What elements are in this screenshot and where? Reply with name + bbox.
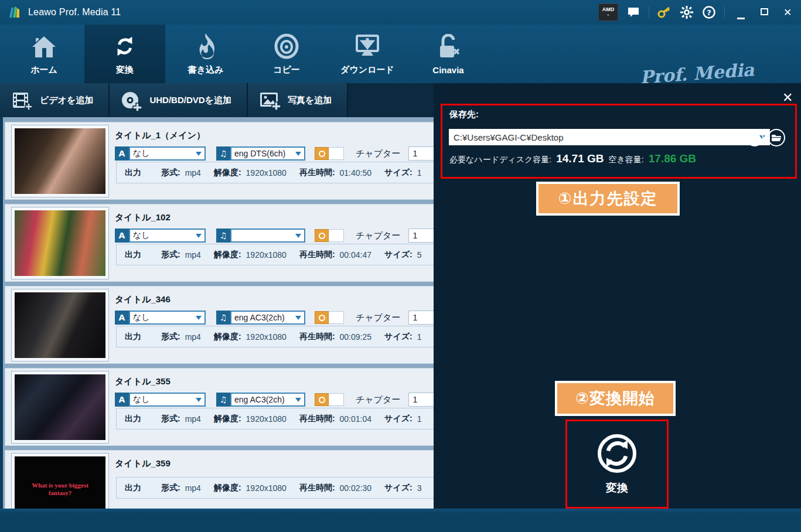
video-thumbnail-frame: What is your biggest fantasy?: [11, 453, 109, 509]
help-icon[interactable]: ?: [702, 5, 716, 19]
nav-tab-label: ダウンロード: [340, 64, 394, 76]
output-label[interactable]: 出力: [125, 332, 141, 342]
audio-icon: ♫: [216, 146, 230, 161]
subtitle-icon: A: [115, 146, 129, 161]
chevron-down-icon: [196, 234, 202, 238]
title-row-5[interactable]: What is your biggest fantasy?タイトル_359出力形…: [5, 450, 434, 509]
subtitle-select[interactable]: なし: [129, 393, 206, 407]
chapter-select[interactable]: 1: [408, 311, 434, 325]
gear-icon[interactable]: [680, 5, 694, 19]
amd-radeon-badge[interactable]: AMD⌁: [598, 4, 618, 21]
nav-tab-home[interactable]: ホーム: [4, 25, 84, 83]
convert-button[interactable]: 変換: [567, 421, 667, 507]
audio-select[interactable]: eng AC3(2ch): [230, 311, 305, 325]
chevron-down-icon: [196, 398, 202, 402]
subtitle-toggle-off[interactable]: [329, 311, 344, 324]
subtitle-toggle-off[interactable]: [329, 147, 344, 160]
step2-convert-badge: ②変換開始: [555, 381, 676, 416]
chapter-label: チャプター: [356, 394, 400, 405]
title-row-4[interactable]: タイトル_355Aなし♫eng AC3(2ch)チャプター1出力形式:mp4解像…: [5, 368, 434, 446]
chevron-down-icon: [295, 152, 301, 156]
subtitle-toggle-off[interactable]: [329, 393, 344, 406]
title-bar: Leawo Prof. Media 11 AMD⌁: [0, 0, 801, 25]
format-value: mp4: [185, 483, 201, 493]
nav-tab-copy[interactable]: コピー: [246, 25, 327, 83]
nav-tab-label: 変換: [116, 64, 134, 76]
convert-sync-icon: [596, 432, 638, 475]
audio-select[interactable]: eng DTS(6ch): [230, 146, 305, 161]
destination-dropdown[interactable]: C:¥Users¥GAGI-C¥Desktop: [449, 129, 770, 145]
audio-icon: ♫: [216, 393, 230, 407]
resolution-value: 1920x1080: [246, 332, 287, 342]
required-space-value: 14.71 GB: [556, 152, 604, 165]
subtitle-select[interactable]: なし: [129, 311, 206, 325]
video-title: タイトル_102: [115, 212, 171, 223]
add-disc-button[interactable]: UHD/BD/DVDを追加: [110, 83, 248, 117]
format-value: mp4: [185, 168, 201, 178]
title-row-1[interactable]: タイトル_1（メイン）Aなし♫eng DTS(6ch)チャプター1出力形式:mp…: [5, 122, 434, 200]
chapter-select[interactable]: 1: [408, 393, 434, 407]
browse-more-button[interactable]: •••: [746, 129, 763, 146]
titlebar-separator: [724, 6, 725, 18]
title-row-2[interactable]: タイトル_102Aなし♫チャプター1出力形式:mp4解像度:1920x1080再…: [5, 204, 434, 282]
nav-tab-cinavia[interactable]: Cinavia: [408, 25, 489, 83]
duration-value: 00:09:25: [340, 332, 372, 342]
chevron-down-icon: [295, 316, 301, 320]
list-left-edge: [0, 117, 3, 509]
output-label[interactable]: 出力: [125, 250, 141, 260]
chevron-down-icon: [295, 234, 301, 238]
audio-select[interactable]: [230, 229, 305, 243]
video-thumbnail-frame: [11, 125, 109, 197]
close-button[interactable]: ✕: [780, 6, 795, 19]
chapter-label: チャプター: [356, 230, 400, 241]
add-video-button[interactable]: ビデオを追加: [0, 83, 110, 117]
chapter-select[interactable]: 1: [408, 146, 434, 161]
output-info-bar: 出力形式:mp4解像度:1920x1080再生時間:00:02:30サイズ:3: [116, 477, 434, 499]
convert-button-label: 変換: [606, 480, 628, 496]
subtitle-select[interactable]: なし: [129, 229, 206, 243]
subtitle-toggle-on[interactable]: [315, 229, 329, 242]
chat-bubble-icon[interactable]: [626, 5, 640, 19]
video-title: タイトル_1（メイン）: [115, 130, 205, 141]
minimize-button[interactable]: [733, 6, 748, 18]
disk-capacity-line: 必要なハードディスク容量: 14.71 GB 空き容量: 17.86 GB: [449, 152, 696, 165]
duration-value: 00:01:04: [340, 414, 372, 424]
size-value: 3: [417, 483, 422, 493]
output-label[interactable]: 出力: [125, 414, 141, 424]
output-label[interactable]: 出力: [125, 483, 141, 493]
panel-close-icon[interactable]: ✕: [782, 90, 793, 105]
output-info-bar: 出力形式:mp4解像度:1920x1080再生時間:00:09:25サイズ:1: [116, 326, 434, 347]
output-label[interactable]: 出力: [125, 168, 141, 178]
audio-select[interactable]: eng AC3(2ch): [230, 393, 305, 407]
cinavia-icon: [435, 33, 462, 60]
subtitle-toggle-on[interactable]: [315, 311, 329, 324]
duration-value: 00:04:47: [340, 250, 372, 260]
subtitle-toggle-off[interactable]: [329, 229, 344, 242]
destination-path: C:¥Users¥GAGI-C¥Desktop: [454, 132, 564, 142]
nav-tab-burn[interactable]: 書き込み: [165, 25, 246, 83]
add-media-toolbar: ビデオを追加UHD/BD/DVDを追加写真を追加: [0, 83, 434, 117]
status-bar: [0, 509, 801, 532]
nav-tab-convert[interactable]: 変換: [84, 25, 165, 83]
subtitle-select[interactable]: なし: [129, 146, 206, 161]
add-photo-button[interactable]: 写真を追加: [248, 83, 348, 117]
burn-icon: [192, 33, 219, 60]
title-row-3[interactable]: タイトル_346Aなし♫eng AC3(2ch)チャプター1出力形式:mp4解像…: [5, 286, 434, 364]
subtitle-icon: A: [115, 229, 129, 243]
chapter-select[interactable]: 1: [408, 229, 434, 243]
toggle-ring-icon: [319, 233, 325, 239]
output-settings-panel: ✕ 保存先: C:¥Users¥GAGI-C¥Desktop ••• 必要なハー…: [434, 83, 801, 509]
chevron-down-icon: [196, 152, 202, 156]
resolution-value: 1920x1080: [246, 414, 287, 424]
subtitle-toggle-on[interactable]: [315, 147, 329, 160]
toolbar-button-label: UHD/BD/DVDを追加: [149, 95, 231, 106]
video-thumbnail: [15, 292, 105, 358]
download-icon: [354, 33, 381, 60]
nav-tab-download[interactable]: ダウンロード: [327, 25, 408, 83]
open-folder-button[interactable]: [768, 129, 785, 146]
video-thumbnail-frame: [11, 207, 109, 279]
media-file-list: タイトル_1（メイン）Aなし♫eng DTS(6ch)チャプター1出力形式:mp…: [0, 117, 434, 509]
key-icon[interactable]: [657, 5, 672, 19]
subtitle-toggle-on[interactable]: [315, 393, 329, 406]
maximize-button[interactable]: [756, 6, 772, 18]
